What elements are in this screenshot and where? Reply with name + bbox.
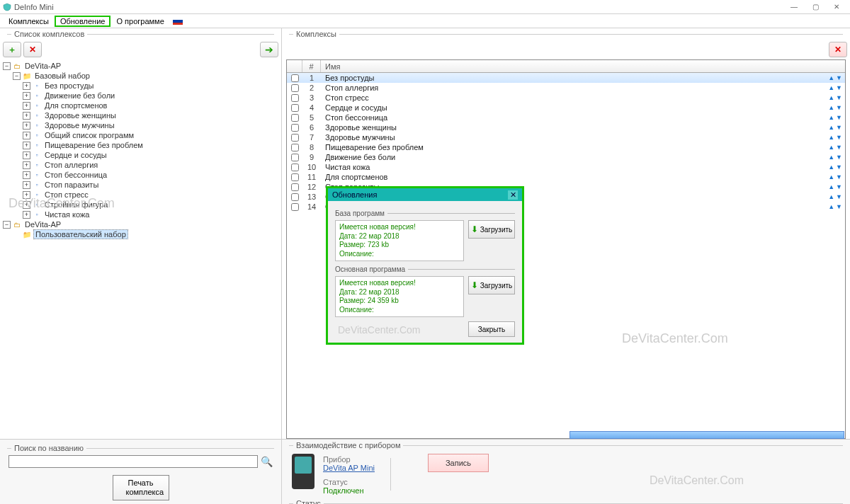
tree-node-label[interactable]: Сердце и сосуды bbox=[43, 151, 108, 159]
move-up-icon[interactable]: ▲ bbox=[828, 164, 834, 171]
tree-node-label[interactable]: Пищеварение без проблем bbox=[43, 141, 144, 149]
table-row[interactable]: 10Чистая кожа▲▼ bbox=[287, 162, 845, 172]
table-row[interactable]: 4Сердце и сосуды▲▼ bbox=[287, 103, 845, 113]
clear-button[interactable]: ✕ bbox=[829, 42, 847, 57]
row-checkbox[interactable] bbox=[291, 124, 299, 132]
move-down-icon[interactable]: ▼ bbox=[836, 174, 842, 181]
row-checkbox[interactable] bbox=[291, 203, 299, 211]
minimize-button[interactable]: — bbox=[783, 0, 805, 14]
tree-row[interactable]: +▫Стоп бессонница bbox=[3, 170, 278, 180]
move-up-icon[interactable]: ▲ bbox=[828, 134, 834, 141]
tree-row[interactable]: +▫Здоровье мужчины bbox=[3, 120, 278, 130]
table-row[interactable]: 8Пищеварение без проблем▲▼ bbox=[287, 142, 845, 152]
language-flag-icon[interactable] bbox=[173, 18, 183, 25]
download-program-button[interactable]: ⬇ Загрузить bbox=[468, 276, 515, 294]
tree-toggle-icon[interactable]: − bbox=[3, 221, 11, 229]
move-down-icon[interactable]: ▼ bbox=[836, 115, 842, 121]
tree-node-label[interactable]: Стоп аллергия bbox=[43, 161, 99, 169]
move-up-icon[interactable]: ▲ bbox=[828, 85, 834, 91]
tree-toggle-icon[interactable]: + bbox=[23, 132, 30, 139]
table-row[interactable]: 6Здоровье женщины▲▼ bbox=[287, 122, 845, 132]
row-checkbox[interactable] bbox=[291, 74, 299, 82]
complex-tree[interactable]: −🗀DeVita-AP−📁Базовый набор+▫Без простуды… bbox=[0, 59, 281, 439]
tree-toggle-icon[interactable]: + bbox=[23, 112, 30, 120]
tree-node-label[interactable]: Движение без боли bbox=[43, 91, 116, 100]
tree-row[interactable]: −🗀DeVita-AP bbox=[3, 219, 278, 229]
move-down-icon[interactable]: ▼ bbox=[836, 184, 842, 190]
print-complex-button[interactable]: Печать комплекса bbox=[113, 475, 169, 500]
move-up-icon[interactable]: ▲ bbox=[828, 184, 834, 190]
menu-about[interactable]: О программе bbox=[110, 16, 169, 27]
table-row[interactable]: 9Движение без боли▲▼ bbox=[287, 152, 845, 162]
col-name[interactable]: Имя bbox=[321, 60, 845, 72]
tree-row[interactable]: +▫Сердце и сосуды bbox=[3, 150, 278, 160]
table-row[interactable]: 2Стоп аллергия▲▼ bbox=[287, 83, 845, 93]
row-checkbox[interactable] bbox=[291, 183, 299, 191]
tree-row[interactable]: +▫Пищеварение без проблем bbox=[3, 140, 278, 150]
row-checkbox[interactable] bbox=[291, 173, 299, 181]
tree-toggle-icon[interactable]: + bbox=[23, 151, 30, 159]
tree-toggle-icon[interactable]: + bbox=[23, 142, 30, 149]
move-down-icon[interactable]: ▼ bbox=[836, 75, 842, 81]
move-up-icon[interactable]: ▲ bbox=[828, 125, 834, 131]
tree-toggle-icon[interactable]: + bbox=[23, 82, 30, 90]
move-up-icon[interactable]: ▲ bbox=[828, 75, 834, 81]
move-up-icon[interactable]: ▲ bbox=[828, 154, 834, 161]
move-down-icon[interactable]: ▼ bbox=[836, 204, 842, 210]
tree-row[interactable]: −🗀DeVita-AP bbox=[3, 61, 278, 71]
move-down-icon[interactable]: ▼ bbox=[836, 95, 842, 101]
tree-node-label[interactable]: Здоровье мужчины bbox=[43, 121, 116, 130]
device-name-link[interactable]: DeVita AP Mini bbox=[323, 464, 375, 472]
close-button[interactable]: ✕ bbox=[826, 0, 847, 14]
maximize-button[interactable]: ▢ bbox=[805, 0, 826, 14]
tree-node-label[interactable]: Чистая кожа bbox=[43, 210, 91, 219]
tree-row[interactable]: +▫Движение без боли bbox=[3, 91, 278, 101]
move-up-icon[interactable]: ▲ bbox=[828, 204, 834, 210]
dialog-close-icon[interactable]: ✕ bbox=[508, 190, 518, 200]
search-icon[interactable]: 🔍 bbox=[261, 456, 273, 467]
tree-toggle-icon[interactable]: + bbox=[23, 191, 30, 199]
tree-node-label[interactable]: DeVita-AP bbox=[23, 62, 62, 70]
table-row[interactable]: 5Стоп бессонница▲▼ bbox=[287, 113, 845, 122]
tree-row[interactable]: +▫Стоп аллергия bbox=[3, 160, 278, 170]
tree-node-label[interactable]: Стоп стресс bbox=[43, 190, 90, 199]
tree-row[interactable]: +▫Здоровье женщины bbox=[3, 110, 278, 120]
row-checkbox[interactable] bbox=[291, 104, 299, 112]
row-checkbox[interactable] bbox=[291, 164, 299, 171]
table-row[interactable]: 11Для спортсменов▲▼ bbox=[287, 172, 845, 182]
delete-button[interactable]: ✕ bbox=[23, 42, 42, 57]
move-down-icon[interactable]: ▼ bbox=[836, 144, 842, 151]
tree-toggle-icon[interactable]: + bbox=[23, 181, 30, 189]
table-row[interactable]: 7Здоровье мужчины▲▼ bbox=[287, 132, 845, 142]
col-checkbox[interactable] bbox=[287, 60, 302, 72]
tree-toggle-icon[interactable]: − bbox=[3, 62, 11, 70]
tree-toggle-icon[interactable]: + bbox=[23, 102, 30, 110]
tree-toggle-icon[interactable]: + bbox=[23, 201, 30, 209]
row-checkbox[interactable] bbox=[291, 84, 299, 92]
tree-toggle-icon[interactable]: + bbox=[23, 211, 30, 219]
tree-node-label[interactable]: Базовый набор bbox=[33, 71, 91, 80]
tree-node-label[interactable]: Стоп бессонница bbox=[43, 171, 108, 179]
tree-toggle-icon[interactable]: + bbox=[23, 161, 30, 169]
row-checkbox[interactable] bbox=[291, 134, 299, 142]
menu-complexes[interactable]: Комплексы bbox=[3, 16, 55, 27]
menu-update[interactable]: Обновление bbox=[55, 16, 111, 27]
col-number[interactable]: # bbox=[302, 60, 321, 72]
move-down-icon[interactable]: ▼ bbox=[836, 125, 842, 131]
table-row[interactable]: 3Стоп стресс▲▼ bbox=[287, 93, 845, 103]
tree-node-label[interactable]: Стоп паразиты bbox=[43, 181, 100, 189]
add-button[interactable]: ＋ bbox=[3, 42, 21, 57]
transfer-right-button[interactable]: ➔ bbox=[260, 42, 278, 57]
move-down-icon[interactable]: ▼ bbox=[836, 105, 842, 111]
move-up-icon[interactable]: ▲ bbox=[828, 115, 834, 121]
tree-toggle-icon[interactable]: + bbox=[23, 171, 30, 179]
table-row[interactable]: 1Без простуды▲▼ bbox=[287, 73, 845, 83]
tree-row[interactable]: −📁Базовый набор bbox=[3, 71, 278, 81]
tree-node-label[interactable]: Здоровье женщины bbox=[43, 111, 118, 120]
row-checkbox[interactable] bbox=[291, 94, 299, 102]
tree-row[interactable]: +▫Чистая кожа bbox=[3, 210, 278, 219]
tree-toggle-icon[interactable]: + bbox=[23, 122, 30, 130]
tree-toggle-icon[interactable]: + bbox=[23, 92, 30, 100]
tree-row[interactable]: +▫Стоп паразиты bbox=[3, 180, 278, 190]
search-input[interactable] bbox=[8, 455, 258, 468]
